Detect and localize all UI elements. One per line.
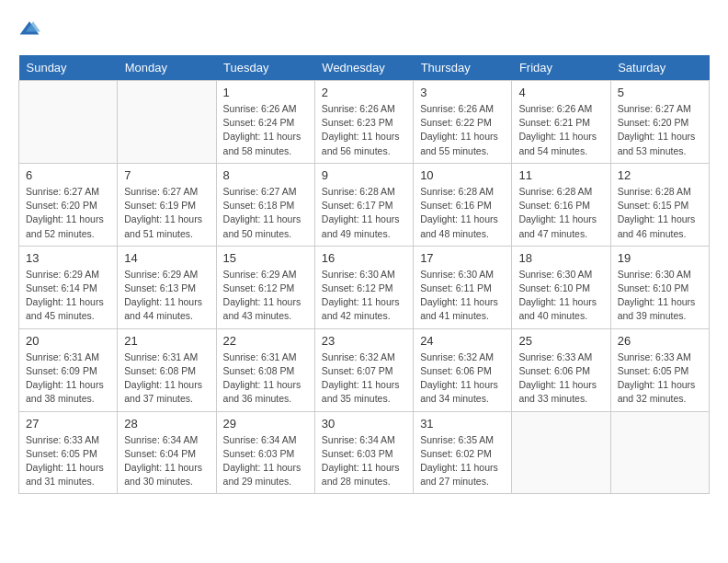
calendar-week-row: 13Sunrise: 6:29 AM Sunset: 6:14 PM Dayli… — [19, 246, 710, 328]
calendar-day-cell: 26Sunrise: 6:33 AM Sunset: 6:05 PM Dayli… — [610, 328, 709, 411]
calendar-week-row: 20Sunrise: 6:31 AM Sunset: 6:09 PM Dayli… — [19, 328, 710, 411]
calendar-day-cell: 3Sunrise: 6:26 AM Sunset: 6:22 PM Daylig… — [414, 81, 512, 164]
day-info: Sunrise: 6:28 AM Sunset: 6:16 PM Dayligh… — [518, 185, 603, 241]
day-number: 2 — [322, 86, 406, 99]
day-number: 10 — [420, 168, 505, 182]
calendar-day-cell: 31Sunrise: 6:35 AM Sunset: 6:02 PM Dayli… — [414, 411, 512, 494]
day-number: 19 — [618, 251, 702, 265]
weekday-header-row: SundayMondayTuesdayWednesdayThursdayFrid… — [19, 55, 710, 81]
day-info: Sunrise: 6:30 AM Sunset: 6:11 PM Dayligh… — [420, 268, 505, 324]
calendar-day-cell: 1Sunrise: 6:26 AM Sunset: 6:24 PM Daylig… — [216, 81, 314, 164]
calendar-header: SundayMondayTuesdayWednesdayThursdayFrid… — [19, 55, 710, 81]
day-info: Sunrise: 6:27 AM Sunset: 6:19 PM Dayligh… — [124, 185, 209, 241]
calendar-day-cell: 4Sunrise: 6:26 AM Sunset: 6:21 PM Daylig… — [512, 81, 610, 164]
logo-icon — [18, 18, 40, 40]
day-info: Sunrise: 6:33 AM Sunset: 6:06 PM Dayligh… — [518, 350, 603, 407]
weekday-header-friday: Friday — [512, 55, 610, 81]
day-info: Sunrise: 6:30 AM Sunset: 6:10 PM Dayligh… — [618, 268, 702, 324]
calendar-day-cell: 2Sunrise: 6:26 AM Sunset: 6:23 PM Daylig… — [314, 81, 413, 164]
calendar-day-cell: 18Sunrise: 6:30 AM Sunset: 6:10 PM Dayli… — [512, 246, 610, 328]
day-number: 22 — [223, 334, 308, 348]
day-info: Sunrise: 6:28 AM Sunset: 6:16 PM Dayligh… — [420, 185, 505, 241]
calendar-day-cell: 19Sunrise: 6:30 AM Sunset: 6:10 PM Dayli… — [610, 246, 709, 328]
day-number: 1 — [223, 86, 308, 99]
day-number: 12 — [618, 168, 702, 182]
calendar-day-cell: 20Sunrise: 6:31 AM Sunset: 6:09 PM Dayli… — [19, 328, 118, 411]
calendar-day-cell: 25Sunrise: 6:33 AM Sunset: 6:06 PM Dayli… — [512, 328, 610, 411]
day-number: 3 — [420, 86, 505, 99]
day-info: Sunrise: 6:31 AM Sunset: 6:08 PM Dayligh… — [124, 350, 209, 407]
logo — [18, 18, 44, 40]
calendar-day-cell: 27Sunrise: 6:33 AM Sunset: 6:05 PM Dayli… — [19, 411, 118, 494]
day-number: 14 — [124, 251, 209, 265]
calendar-day-cell: 21Sunrise: 6:31 AM Sunset: 6:08 PM Dayli… — [118, 328, 216, 411]
day-info: Sunrise: 6:26 AM Sunset: 6:23 PM Dayligh… — [322, 102, 406, 158]
day-number: 25 — [518, 334, 603, 348]
day-info: Sunrise: 6:31 AM Sunset: 6:09 PM Dayligh… — [26, 350, 110, 407]
day-info: Sunrise: 6:31 AM Sunset: 6:08 PM Dayligh… — [223, 350, 308, 407]
calendar-day-cell: 10Sunrise: 6:28 AM Sunset: 6:16 PM Dayli… — [414, 163, 512, 246]
day-info: Sunrise: 6:27 AM Sunset: 6:18 PM Dayligh… — [223, 185, 308, 241]
calendar-day-cell: 5Sunrise: 6:27 AM Sunset: 6:20 PM Daylig… — [610, 81, 709, 164]
day-info: Sunrise: 6:28 AM Sunset: 6:15 PM Dayligh… — [618, 185, 702, 241]
day-info: Sunrise: 6:26 AM Sunset: 6:24 PM Dayligh… — [223, 102, 308, 158]
calendar-day-cell: 16Sunrise: 6:30 AM Sunset: 6:12 PM Dayli… — [314, 246, 413, 328]
day-info: Sunrise: 6:29 AM Sunset: 6:14 PM Dayligh… — [26, 268, 110, 324]
day-number: 21 — [124, 334, 209, 348]
day-info: Sunrise: 6:29 AM Sunset: 6:12 PM Dayligh… — [223, 268, 308, 324]
day-number: 30 — [322, 417, 406, 431]
day-info: Sunrise: 6:34 AM Sunset: 6:03 PM Dayligh… — [322, 433, 406, 489]
day-number: 28 — [124, 417, 209, 431]
day-info: Sunrise: 6:34 AM Sunset: 6:03 PM Dayligh… — [223, 433, 308, 489]
calendar-day-cell: 14Sunrise: 6:29 AM Sunset: 6:13 PM Dayli… — [118, 246, 216, 328]
calendar-table: SundayMondayTuesdayWednesdayThursdayFrid… — [18, 55, 710, 494]
calendar-day-cell — [512, 411, 610, 494]
calendar-day-cell: 7Sunrise: 6:27 AM Sunset: 6:19 PM Daylig… — [118, 163, 216, 246]
calendar-day-cell: 29Sunrise: 6:34 AM Sunset: 6:03 PM Dayli… — [216, 411, 314, 494]
day-number: 29 — [223, 417, 308, 431]
day-info: Sunrise: 6:34 AM Sunset: 6:04 PM Dayligh… — [124, 433, 209, 489]
calendar-day-cell: 9Sunrise: 6:28 AM Sunset: 6:17 PM Daylig… — [314, 163, 413, 246]
calendar-day-cell: 6Sunrise: 6:27 AM Sunset: 6:20 PM Daylig… — [19, 163, 118, 246]
day-number: 9 — [322, 168, 406, 182]
day-info: Sunrise: 6:29 AM Sunset: 6:13 PM Dayligh… — [124, 268, 209, 324]
day-info: Sunrise: 6:27 AM Sunset: 6:20 PM Dayligh… — [26, 185, 110, 241]
day-info: Sunrise: 6:32 AM Sunset: 6:06 PM Dayligh… — [420, 350, 505, 407]
calendar-day-cell: 22Sunrise: 6:31 AM Sunset: 6:08 PM Dayli… — [216, 328, 314, 411]
day-info: Sunrise: 6:35 AM Sunset: 6:02 PM Dayligh… — [420, 433, 505, 489]
page-header — [18, 18, 710, 40]
calendar-day-cell: 23Sunrise: 6:32 AM Sunset: 6:07 PM Dayli… — [314, 328, 413, 411]
day-number: 17 — [420, 251, 505, 265]
day-info: Sunrise: 6:28 AM Sunset: 6:17 PM Dayligh… — [322, 185, 406, 241]
day-number: 24 — [420, 334, 505, 348]
calendar-body: 1Sunrise: 6:26 AM Sunset: 6:24 PM Daylig… — [19, 81, 710, 494]
day-number: 16 — [322, 251, 406, 265]
weekday-header-sunday: Sunday — [19, 55, 118, 81]
calendar-day-cell: 15Sunrise: 6:29 AM Sunset: 6:12 PM Dayli… — [216, 246, 314, 328]
day-number: 7 — [124, 168, 209, 182]
calendar-day-cell: 24Sunrise: 6:32 AM Sunset: 6:06 PM Dayli… — [414, 328, 512, 411]
day-info: Sunrise: 6:30 AM Sunset: 6:12 PM Dayligh… — [322, 268, 406, 324]
calendar-week-row: 6Sunrise: 6:27 AM Sunset: 6:20 PM Daylig… — [19, 163, 710, 246]
weekday-header-wednesday: Wednesday — [314, 55, 413, 81]
calendar-day-cell: 12Sunrise: 6:28 AM Sunset: 6:15 PM Dayli… — [610, 163, 709, 246]
weekday-header-monday: Monday — [118, 55, 216, 81]
day-number: 23 — [322, 334, 406, 348]
day-info: Sunrise: 6:27 AM Sunset: 6:20 PM Dayligh… — [618, 102, 702, 158]
calendar-day-cell: 13Sunrise: 6:29 AM Sunset: 6:14 PM Dayli… — [19, 246, 118, 328]
day-number: 6 — [26, 168, 110, 182]
calendar-day-cell — [19, 81, 118, 164]
weekday-header-tuesday: Tuesday — [216, 55, 314, 81]
calendar-day-cell: 8Sunrise: 6:27 AM Sunset: 6:18 PM Daylig… — [216, 163, 314, 246]
day-number: 4 — [518, 86, 603, 99]
day-info: Sunrise: 6:26 AM Sunset: 6:21 PM Dayligh… — [518, 102, 603, 158]
day-number: 31 — [420, 417, 505, 431]
day-number: 20 — [26, 334, 110, 348]
day-info: Sunrise: 6:33 AM Sunset: 6:05 PM Dayligh… — [618, 350, 702, 407]
calendar-day-cell — [610, 411, 709, 494]
day-number: 26 — [618, 334, 702, 348]
day-info: Sunrise: 6:30 AM Sunset: 6:10 PM Dayligh… — [518, 268, 603, 324]
calendar-day-cell — [118, 81, 216, 164]
calendar-day-cell: 28Sunrise: 6:34 AM Sunset: 6:04 PM Dayli… — [118, 411, 216, 494]
day-number: 15 — [223, 251, 308, 265]
